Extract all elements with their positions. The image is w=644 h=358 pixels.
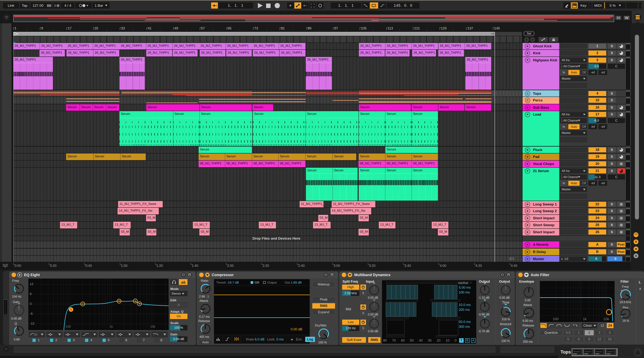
- svg-text:x4: x4: [35, 333, 36, 335]
- svg-text:1: 1: [70, 308, 72, 311]
- svg-text:5: 5: [118, 299, 120, 303]
- svg-text:2: 2: [82, 302, 84, 305]
- svg-text:3: 3: [134, 299, 136, 302]
- svg-text:4: 4: [139, 302, 140, 305]
